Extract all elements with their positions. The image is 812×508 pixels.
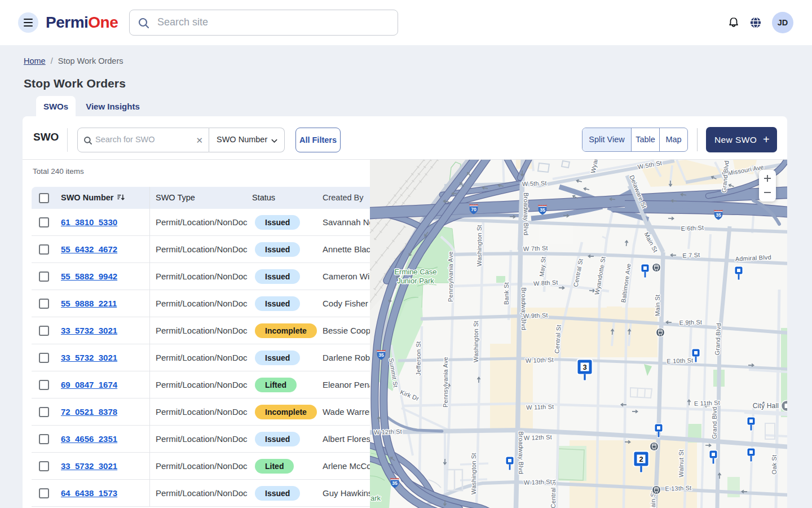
svg-text:Washington St: Washington St bbox=[476, 225, 483, 266]
svg-text:E 10th St: E 10th St bbox=[667, 357, 693, 365]
svg-text:W 10th St: W 10th St bbox=[526, 356, 554, 364]
svg-text:2: 2 bbox=[639, 455, 643, 463]
svg-text:W 12th St: W 12th St bbox=[374, 428, 402, 436]
svg-text:Jefferson St: Jefferson St bbox=[415, 341, 422, 376]
svg-text:70: 70 bbox=[471, 207, 476, 212]
svg-text:Walnut St: Walnut St bbox=[678, 449, 685, 477]
svg-text:W 8th St: W 8th St bbox=[533, 279, 558, 287]
svg-text:E 6th St: E 6th St bbox=[681, 224, 704, 232]
svg-text:ark: ark bbox=[370, 494, 381, 502]
svg-text:W 7th St: W 7th St bbox=[523, 244, 548, 252]
svg-text:3: 3 bbox=[582, 363, 586, 371]
svg-text:Grand Blvd: Grand Blvd bbox=[711, 406, 718, 439]
svg-text:E 9th St: E 9th St bbox=[679, 318, 702, 326]
svg-text:Junior Park: Junior Park bbox=[397, 277, 434, 285]
svg-text:Washington St: Washington St bbox=[473, 321, 479, 362]
svg-text:Broadway Blvd: Broadway Blvd bbox=[520, 287, 527, 330]
svg-text:35: 35 bbox=[540, 207, 545, 213]
svg-text:City Hall: City Hall bbox=[753, 402, 779, 410]
svg-text:W 9th St: W 9th St bbox=[523, 312, 548, 319]
svg-text:W 11th St: W 11th St bbox=[526, 403, 554, 411]
svg-text:35: 35 bbox=[378, 352, 384, 358]
svg-text:Pennsylvania Ave: Pennsylvania Ave bbox=[442, 357, 449, 408]
svg-text:W 13th St: W 13th St bbox=[524, 478, 552, 486]
svg-text:E 13th St: E 13th St bbox=[665, 484, 691, 492]
svg-text:W 12th St: W 12th St bbox=[524, 433, 552, 441]
svg-text:Ermine Case: Ermine Case bbox=[394, 268, 436, 276]
svg-text:Washington St: Washington St bbox=[470, 453, 477, 494]
svg-text:E 11th St: E 11th St bbox=[694, 399, 721, 407]
svg-text:Pennsylvania Ave: Pennsylvania Ave bbox=[447, 251, 454, 302]
svg-text:Bank St: Bank St bbox=[503, 282, 510, 305]
svg-text:Oak St: Oak St bbox=[771, 455, 778, 475]
svg-text:Main St: Main St bbox=[654, 295, 661, 317]
svg-text:35: 35 bbox=[716, 212, 721, 218]
svg-text:Broadway Blvd: Broadway Blvd bbox=[523, 192, 529, 235]
svg-text:35: 35 bbox=[392, 480, 398, 486]
svg-text:W 5th St: W 5th St bbox=[522, 179, 547, 187]
svg-text:E 7 St: E 7 St bbox=[682, 251, 700, 259]
